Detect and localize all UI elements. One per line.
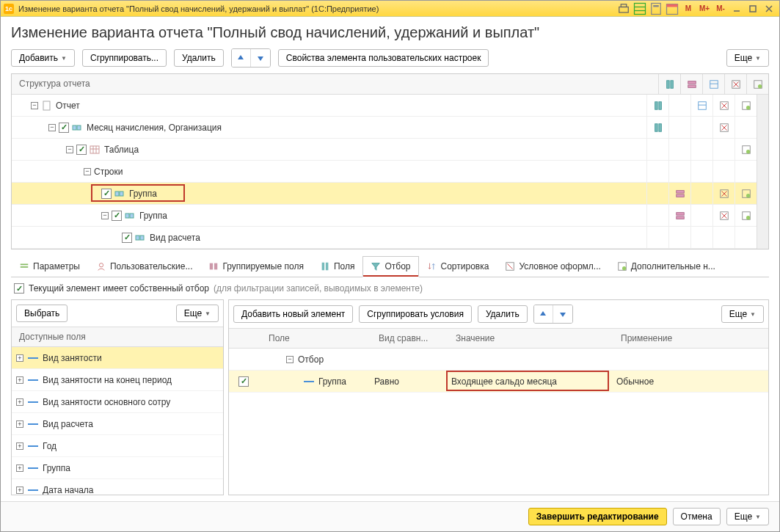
expand-icon[interactable]: + bbox=[16, 487, 23, 494]
delete-button[interactable]: Удалить bbox=[174, 49, 224, 67]
checkbox[interactable] bbox=[122, 233, 132, 243]
expand-icon[interactable]: + bbox=[16, 376, 23, 384]
footer: Завершить редактирование Отмена Еще▼ bbox=[1, 501, 779, 531]
col-icon-4[interactable] bbox=[724, 74, 746, 94]
tab-cond[interactable]: Условное оформл... bbox=[497, 255, 608, 277]
move-down-button[interactable] bbox=[553, 305, 572, 323]
move-up-button[interactable] bbox=[534, 305, 553, 323]
svg-rect-32 bbox=[655, 123, 657, 131]
group-button[interactable]: Сгруппировать... bbox=[82, 49, 167, 67]
tab-extra[interactable]: Дополнительные н... bbox=[609, 255, 723, 277]
tab-fields[interactable]: Поля bbox=[312, 255, 363, 277]
tabs: Параметры Пользовательские... Группируем… bbox=[11, 255, 769, 277]
select-button[interactable]: Выбрать bbox=[16, 305, 68, 322]
svg-point-66 bbox=[622, 266, 626, 270]
list-item[interactable]: +Группа bbox=[12, 457, 223, 479]
checkbox[interactable] bbox=[238, 376, 249, 387]
m-plus-button[interactable]: M+ bbox=[697, 3, 712, 15]
checkbox[interactable] bbox=[76, 145, 87, 155]
expand-icon[interactable]: − bbox=[48, 124, 56, 131]
grid-icon[interactable] bbox=[633, 3, 647, 15]
comp-cell: Равно bbox=[374, 376, 399, 387]
tree-label: Группа bbox=[139, 211, 167, 221]
expand-icon[interactable]: − bbox=[101, 212, 109, 219]
svg-rect-57 bbox=[21, 264, 29, 266]
expand-icon[interactable]: − bbox=[84, 168, 91, 175]
close-icon[interactable] bbox=[762, 3, 776, 15]
checkbox[interactable] bbox=[59, 123, 69, 133]
group-icon bbox=[72, 123, 84, 132]
footer-more-button[interactable]: Еще▼ bbox=[726, 508, 769, 525]
tree-row-group-2[interactable]: − Группа bbox=[12, 205, 757, 227]
expand-icon[interactable]: + bbox=[16, 464, 23, 472]
delete-cond-button[interactable]: Удалить bbox=[478, 305, 528, 323]
tab-user[interactable]: Пользовательские... bbox=[88, 255, 201, 277]
tree-row-report[interactable]: − Отчет bbox=[12, 95, 757, 117]
col-icon-2[interactable] bbox=[680, 74, 702, 94]
expand-icon[interactable]: + bbox=[16, 398, 23, 406]
tree-row-month[interactable]: − Месяц начисления, Организация bbox=[12, 117, 757, 139]
svg-rect-51 bbox=[676, 216, 684, 219]
col-icon-5[interactable] bbox=[746, 74, 768, 94]
expand-icon[interactable]: + bbox=[16, 442, 23, 450]
list-item[interactable]: +Вид занятости на конец период bbox=[12, 369, 223, 391]
tab-filter[interactable]: Отбор bbox=[362, 256, 418, 277]
svg-point-59 bbox=[99, 263, 103, 267]
expand-icon[interactable]: + bbox=[16, 420, 23, 428]
m-minus-button[interactable]: M- bbox=[713, 3, 728, 15]
svg-rect-17 bbox=[710, 80, 718, 88]
calc-icon[interactable] bbox=[649, 3, 663, 15]
list-item[interactable]: +Вид расчета bbox=[12, 413, 223, 435]
more-left-button[interactable]: Еще▼ bbox=[176, 305, 219, 322]
print-icon[interactable] bbox=[616, 3, 631, 15]
expand-icon[interactable]: − bbox=[66, 146, 73, 153]
svg-rect-24 bbox=[658, 101, 661, 109]
checkbox[interactable] bbox=[112, 211, 122, 221]
svg-rect-61 bbox=[214, 263, 217, 270]
filter-note: (для фильтрации записей, выводимых в эле… bbox=[214, 283, 423, 294]
list-item[interactable]: +Вид занятости основного сотру bbox=[12, 391, 223, 413]
list-item[interactable]: +Дата начала bbox=[12, 479, 223, 495]
scrollbar[interactable] bbox=[757, 95, 768, 249]
svg-rect-41 bbox=[115, 192, 119, 196]
list-item[interactable]: +Вид занятости bbox=[12, 347, 223, 369]
tree-label: Строки bbox=[94, 167, 123, 177]
calendar-icon[interactable] bbox=[665, 3, 679, 15]
tree-row-calctype[interactable]: Вид расчета bbox=[12, 227, 757, 249]
field-cell: Группа bbox=[318, 376, 346, 387]
filter-row[interactable]: Группа Равно Входящее сальдо месяца Обыч… bbox=[229, 371, 768, 393]
tree-row-group-selected[interactable]: Группа bbox=[12, 183, 757, 205]
expand-icon[interactable]: − bbox=[31, 102, 38, 109]
svg-rect-48 bbox=[125, 214, 129, 218]
expand-icon[interactable]: + bbox=[16, 354, 23, 362]
tab-sort[interactable]: Сортировка bbox=[419, 255, 497, 277]
checkbox[interactable] bbox=[101, 189, 112, 199]
own-filter-checkbox[interactable] bbox=[14, 283, 24, 294]
add-button[interactable]: Добавить▼ bbox=[11, 49, 75, 67]
group-cond-button[interactable]: Сгруппировать условия bbox=[359, 305, 472, 323]
tree-row-table[interactable]: − Таблица bbox=[12, 139, 757, 161]
tree-row-rows[interactable]: − Строки bbox=[12, 161, 757, 183]
tab-params[interactable]: Параметры bbox=[11, 255, 88, 277]
user-settings-button[interactable]: Свойства элемента пользовательских настр… bbox=[278, 49, 489, 67]
main-toolbar: Добавить▼ Сгруппировать... Удалить Свойс… bbox=[11, 48, 769, 68]
expand-icon[interactable]: − bbox=[286, 356, 294, 363]
cancel-button[interactable]: Отмена bbox=[673, 508, 721, 525]
svg-point-21 bbox=[758, 84, 762, 88]
finish-button[interactable]: Завершить редактирование bbox=[528, 508, 667, 525]
svg-rect-44 bbox=[676, 194, 684, 197]
add-element-button[interactable]: Добавить новый элемент bbox=[233, 305, 353, 323]
m-button[interactable]: M bbox=[681, 3, 696, 15]
list-item[interactable]: +Год bbox=[12, 435, 223, 457]
move-down-button[interactable] bbox=[251, 49, 270, 67]
filter-parent-row[interactable]: −Отбор bbox=[229, 349, 768, 371]
minimize-icon[interactable] bbox=[729, 3, 744, 15]
tab-groupfields[interactable]: Группируемые поля bbox=[200, 255, 311, 277]
col-icon-3[interactable] bbox=[702, 74, 724, 94]
svg-rect-31 bbox=[77, 125, 81, 130]
maximize-icon[interactable] bbox=[746, 3, 760, 15]
move-up-button[interactable] bbox=[232, 49, 251, 67]
col-icon-1[interactable] bbox=[658, 74, 680, 94]
more-right-button[interactable]: Еще▼ bbox=[721, 305, 764, 323]
more-button[interactable]: Еще▼ bbox=[726, 49, 769, 67]
